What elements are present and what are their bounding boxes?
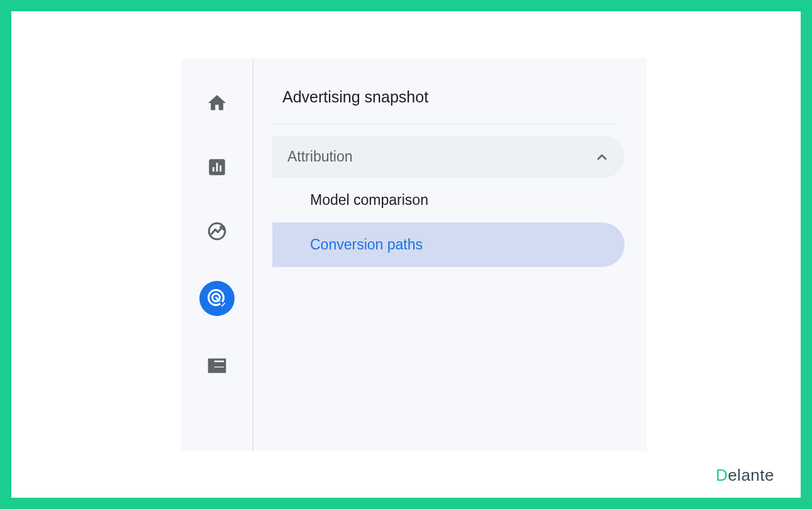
analytics-sidebar-panel: Advertising snapshot Attribution Model c… xyxy=(181,58,647,451)
menu-panel: Advertising snapshot Attribution Model c… xyxy=(253,58,647,451)
menu-section: Attribution Model comparison Conversion … xyxy=(272,136,625,267)
home-icon[interactable] xyxy=(203,89,231,118)
brand-letter: D xyxy=(716,466,728,484)
menu-header: Advertising snapshot xyxy=(272,80,615,124)
advertising-icon[interactable] xyxy=(199,281,235,316)
submenu-model-comparison[interactable]: Model comparison xyxy=(272,178,625,222)
reports-icon[interactable] xyxy=(203,153,231,182)
explore-icon[interactable] xyxy=(203,217,231,246)
brand-rest: elante xyxy=(728,466,774,484)
chevron-up-icon xyxy=(594,150,609,165)
submenu-conversion-paths[interactable]: Conversion paths xyxy=(272,222,625,267)
configure-icon[interactable] xyxy=(203,351,231,380)
icon-rail xyxy=(181,58,253,451)
brand-logo: Delante xyxy=(716,466,774,485)
section-title: Attribution xyxy=(287,148,353,165)
attribution-toggle[interactable]: Attribution xyxy=(272,136,625,178)
frame: Advertising snapshot Attribution Model c… xyxy=(0,0,812,509)
